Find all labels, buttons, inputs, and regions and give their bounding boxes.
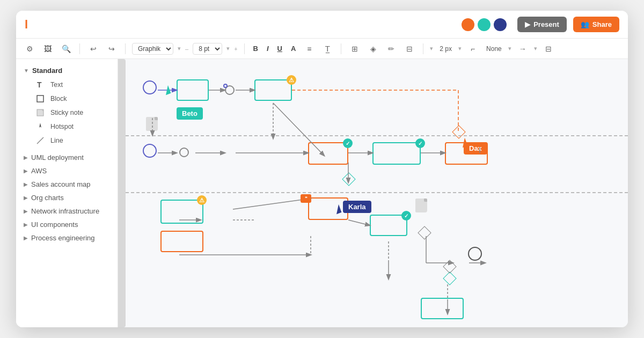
corner-icon[interactable]: ⌐: [466, 42, 480, 56]
rect-orange-row2[interactable]: [308, 142, 348, 165]
check-badge-1: ✓: [343, 138, 353, 148]
sticky-item-label: Sticky note: [50, 109, 83, 116]
diamond-teal-bottom[interactable]: [443, 271, 456, 285]
share-button[interactable]: 👥 Share: [573, 17, 619, 32]
chevron-right-icon: ▶: [24, 235, 28, 241]
share-icon: 👥: [581, 20, 589, 28]
sidebar: ▼ Standard T Text Block: [16, 59, 118, 327]
table-icon[interactable]: ⊞: [348, 42, 362, 56]
uml-label: UML deployment: [31, 153, 84, 161]
undo-icon[interactable]: ↩: [86, 42, 100, 56]
divider-4: [341, 43, 341, 54]
conn-dot-1: [223, 84, 228, 88]
sidebar-item-line[interactable]: Line: [31, 134, 118, 148]
block-shape-icon: [35, 94, 45, 104]
sidebar-item-hotspot[interactable]: Hotspot: [31, 120, 118, 134]
align-icon[interactable]: ≡: [302, 42, 316, 56]
svg-rect-1: [37, 95, 43, 102]
chevron-right-icon: ▶: [24, 181, 28, 187]
sidebar-section-standard[interactable]: ▼ Standard: [16, 64, 118, 77]
divider-3: [244, 43, 245, 54]
canvas-inner: ⚠ Beto ✓ ✓: [126, 59, 628, 327]
rect-teal-bottom[interactable]: [421, 298, 464, 319]
dot-teal: [478, 18, 491, 31]
main-content: ▼ Standard T Text Block: [16, 59, 628, 327]
share-label: Share: [592, 20, 612, 28]
fill-icon[interactable]: ◈: [366, 42, 380, 56]
sidebar-item-sticky[interactable]: Sticky note: [31, 106, 118, 120]
rect-teal-row3-warn[interactable]: [160, 200, 203, 224]
rect-teal-1[interactable]: [177, 79, 209, 101]
present-button[interactable]: ▶ Present: [517, 17, 567, 32]
warning-badge-2: ⚠: [197, 195, 207, 205]
quote-badge: ❝: [301, 194, 311, 203]
beto-label: Beto: [177, 107, 203, 120]
svg-line-5: [37, 137, 43, 144]
underline-button[interactable]: U: [275, 43, 284, 54]
font-family-select[interactable]: Graphik: [132, 43, 173, 55]
aws-label: AWS: [31, 167, 47, 175]
rect-orange-row3[interactable]: [160, 231, 203, 252]
font-color-button[interactable]: A: [289, 43, 298, 54]
sidebar-item-block[interactable]: Block: [31, 92, 118, 106]
diamond-teal-row2[interactable]: [342, 172, 355, 186]
chevron-down-icon: ▼: [24, 68, 29, 74]
line-shape-icon: [35, 136, 45, 145]
swimlane-line-1: [126, 135, 628, 136]
italic-button[interactable]: I: [265, 43, 271, 54]
diamond-gray-row3[interactable]: [418, 226, 431, 239]
divider-5: [423, 43, 423, 54]
warning-badge-1: ⚠: [287, 75, 296, 85]
sidebar-item-text[interactable]: T Text: [31, 78, 118, 92]
search-icon[interactable]: 🔍: [59, 42, 73, 56]
start-circle-1[interactable]: [143, 80, 157, 94]
end-circle[interactable]: [468, 247, 482, 261]
text-format-icon[interactable]: T̲: [320, 42, 334, 56]
more-options-icon[interactable]: ⊟: [541, 42, 555, 56]
svg-line-23: [233, 199, 311, 209]
font-size-select[interactable]: 8 pt: [193, 43, 222, 55]
sidebar-item-process[interactable]: ▶ Process engineering: [16, 231, 118, 245]
standard-items: T Text Block Sticky note: [16, 77, 118, 151]
start-circle-2[interactable]: [143, 144, 157, 158]
sidebar-item-org[interactable]: ▶ Org charts: [16, 191, 118, 204]
canvas-area[interactable]: ⚠ Beto ✓ ✓: [118, 59, 628, 327]
sidebar-item-network[interactable]: ▶ Network infrastructure: [16, 204, 118, 218]
page-icon-1[interactable]: [146, 117, 158, 131]
page-icon-row3[interactable]: [415, 199, 427, 212]
rect-teal-2[interactable]: [254, 79, 292, 101]
sidebar-item-aws[interactable]: ▶ AWS: [16, 164, 118, 178]
scroll-bar[interactable]: [118, 59, 126, 327]
sidebar-item-uml[interactable]: ▶ UML deployment: [16, 151, 118, 164]
cursor-beto: [163, 85, 171, 95]
chevron-right-icon: ▶: [24, 168, 28, 174]
pen-icon[interactable]: ✏: [384, 42, 398, 56]
network-label: Network infrastructure: [31, 207, 99, 215]
svg-marker-4: [39, 123, 41, 128]
arrow-style-icon[interactable]: →: [516, 42, 530, 56]
line-item-label: Line: [50, 137, 63, 144]
chevron-right-icon: ▶: [24, 155, 28, 160]
ui-label: UI components: [31, 221, 78, 229]
rect-teal-row2[interactable]: [372, 142, 421, 165]
formatting-toolbar: ⚙ 🖼 🔍 ↩ ↪ Graphik ▾ – 8 pt ▾ + B I U A ≡…: [16, 39, 628, 59]
top-bar: l ▶ Present 👥 Share: [16, 11, 628, 39]
image-icon[interactable]: 🖼: [41, 42, 55, 56]
block-item-label: Block: [50, 95, 67, 102]
redo-icon[interactable]: ↪: [105, 42, 119, 56]
sidebar-item-ui[interactable]: ▶ UI components: [16, 218, 118, 231]
text-shape-icon: T: [35, 80, 45, 90]
circle-small-2[interactable]: [179, 148, 189, 157]
user-color-dots: [462, 18, 507, 31]
process-label: Process engineering: [31, 234, 95, 242]
chevron-right-icon: ▶: [24, 222, 28, 227]
sidebar-item-sales[interactable]: ▶ Sales account map: [16, 178, 118, 191]
diamond-gray-right[interactable]: [443, 260, 456, 273]
settings-icon[interactable]: ⚙: [23, 42, 36, 56]
chevron-right-icon: ▶: [24, 195, 28, 201]
link-icon[interactable]: ⊟: [402, 42, 416, 56]
diamond-orange-1[interactable]: [452, 125, 465, 138]
svg-line-24: [348, 220, 370, 225]
rect-orange-row3-center[interactable]: [308, 197, 348, 220]
bold-button[interactable]: B: [251, 43, 260, 54]
